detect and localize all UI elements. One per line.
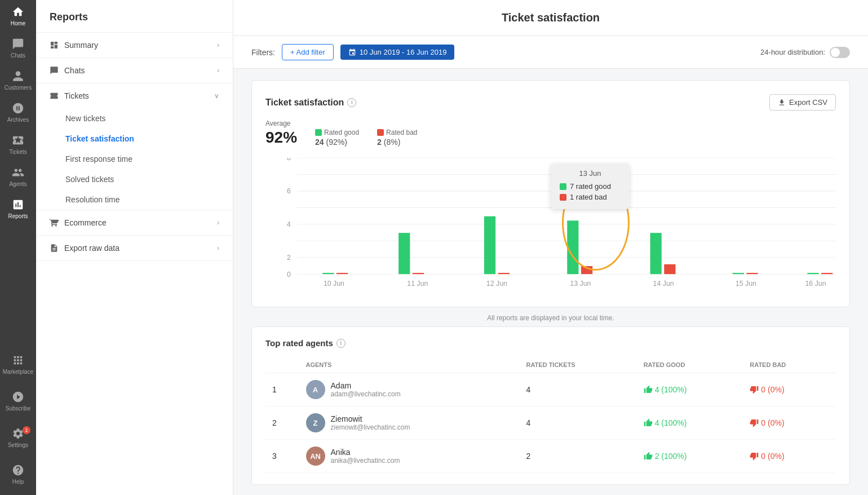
sidebar-item-chats[interactable]: Chats › [36, 58, 233, 83]
bar-good-6 [807, 273, 818, 274]
svg-text:4: 4 [287, 220, 291, 228]
bar-good-0 [322, 273, 334, 274]
col-agents: AGENTS [299, 357, 520, 373]
agent-email: adam@livechatinc.com [331, 390, 401, 398]
col-rank [265, 357, 299, 373]
nav-home-label: Home [11, 20, 26, 26]
sidebar-item-summary[interactable]: Summary › [36, 33, 233, 58]
sidebar-sub-ticket-satisfaction[interactable]: Ticket satisfaction [36, 129, 233, 149]
bar-bad-5 [746, 273, 758, 274]
main-content: Ticket satisfaction Filters: + Add filte… [233, 0, 868, 495]
agents-title: Top rated agents i [265, 338, 836, 348]
svg-text:14 Jun: 14 Jun [653, 280, 674, 288]
sidebar-ecommerce-label: Ecommerce [64, 218, 107, 227]
distribution-toggle[interactable] [830, 47, 850, 58]
table-row: 1 A Adam adam@livechatinc.com 4 4 (100%)… [265, 373, 836, 406]
sidebar-section-ecommerce: Ecommerce › [36, 210, 233, 236]
svg-text:13 Jun: 13 Jun [570, 280, 591, 288]
chart-title-text: Ticket satisfaction [265, 98, 344, 108]
distribution-label: 24-hour distribution: [760, 48, 825, 56]
rank-cell: 2 [265, 406, 299, 440]
sidebar-item-export[interactable]: Export raw data › [36, 236, 233, 260]
svg-text:15 Jun: 15 Jun [736, 280, 756, 288]
nav-home[interactable]: Home [0, 0, 36, 32]
table-row: 3 AN Anika anika@livechatinc.com 2 2 (10… [265, 440, 836, 473]
nav-customers[interactable]: Customers [0, 64, 36, 96]
agents-table: AGENTS RATED TICKETS RATED GOOD RATED BA… [265, 357, 836, 473]
good-dot [315, 129, 322, 136]
sidebar-item-tickets[interactable]: Tickets ∨ [36, 83, 233, 108]
col-rated-bad: RATED BAD [743, 357, 836, 373]
rated-tickets: 2 [520, 440, 637, 473]
nav-subscribe[interactable]: Subscribe [0, 385, 36, 417]
nav-chats[interactable]: Chats [0, 32, 36, 64]
rank-cell: 3 [265, 440, 299, 473]
export-csv-label: Export CSV [789, 98, 827, 107]
date-range-label: 10 Jun 2019 - 16 Jun 2019 [360, 48, 447, 56]
table-row: 2 Z Ziemowit ziemowit@livechatinc.com 4 … [265, 406, 836, 440]
rated-good-value: 24 (92%) [315, 138, 359, 147]
rated-bad: 0 (0%) [743, 406, 836, 440]
bar-good-2 [484, 216, 495, 275]
bottom-note: All reports are displayed in your local … [233, 307, 868, 326]
bar-bad-1 [413, 273, 424, 274]
nav-subscribe-label: Subscribe [6, 405, 30, 412]
sidebar-section-export: Export raw data › [36, 236, 233, 261]
bar-bad-4 [664, 264, 675, 274]
sidebar-chats-label: Chats [64, 66, 85, 75]
sidebar-sub-first-response[interactable]: First response time [36, 149, 233, 169]
nav-agents[interactable]: Agents [0, 161, 36, 193]
add-filter-button[interactable]: + Add filter [282, 44, 334, 60]
nav-chats-label: Chats [11, 52, 25, 59]
rated-good-label: Rated good [315, 129, 359, 136]
agents-section: Top rated agents i AGENTS RATED TICKETS … [251, 326, 850, 485]
sidebar-sub-solved-tickets[interactable]: Solved tickets [36, 169, 233, 189]
sidebar-section-summary: Summary › [36, 33, 233, 58]
bar-chart: 8 6 4 2 0 10 Jun 11 Jun 12 Jun [265, 158, 836, 293]
bar-bad-6 [821, 273, 832, 274]
nav-reports[interactable]: Reports [0, 193, 36, 225]
stat-rated-good: Rated good 24 (92%) [315, 129, 359, 147]
icon-nav: Home Chats Customers Archives Tickets Ag… [0, 0, 36, 495]
chart-stats: Average 92% Rated good 24 (92%) Rated ba… [265, 120, 836, 147]
chart-title-row: Ticket satisfaction i Export CSV [265, 94, 836, 111]
bar-good-1 [398, 233, 410, 274]
sidebar-tickets-label: Tickets [64, 91, 89, 100]
nav-marketplace-label: Marketplace [3, 369, 33, 375]
agent-email: anika@livechatinc.com [331, 457, 400, 465]
date-range-button[interactable]: 10 Jun 2019 - 16 Jun 2019 [340, 45, 455, 60]
avatar: A [306, 380, 325, 399]
sidebar-title: Reports [36, 0, 233, 33]
nav-tickets[interactable]: Tickets [0, 129, 36, 161]
nav-customers-label: Customers [5, 85, 32, 91]
nav-settings-label: Settings [8, 442, 28, 448]
stat-average: Average 92% [265, 120, 297, 147]
chart-info-icon[interactable]: i [347, 98, 356, 107]
bad-dot [377, 129, 384, 136]
nav-help[interactable]: Help [0, 458, 36, 490]
sidebar: Reports Summary › Chats › Tickets ∨ N [36, 0, 233, 495]
sidebar-sub-resolution-time[interactable]: Resolution time [36, 189, 233, 210]
agents-info-icon[interactable]: i [336, 339, 346, 348]
sidebar-sub-new-tickets[interactable]: New tickets [36, 108, 233, 129]
export-csv-button[interactable]: Export CSV [769, 94, 836, 111]
tickets-chevron: ∨ [214, 92, 219, 100]
rated-good: 4 (100%) [637, 406, 743, 440]
filters-bar: Filters: + Add filter 10 Jun 2019 - 16 J… [233, 36, 868, 69]
svg-text:11 Jun: 11 Jun [407, 280, 428, 288]
nav-archives[interactable]: Archives [0, 96, 36, 129]
nav-settings[interactable]: Settings 1 [0, 422, 36, 454]
distribution-toggle-area: 24-hour distribution: [760, 47, 850, 58]
agent-email: ziemowit@livechatinc.com [331, 423, 410, 431]
ecommerce-chevron: › [217, 219, 219, 227]
nav-reports-label: Reports [8, 213, 28, 219]
bar-chart-svg: 8 6 4 2 0 10 Jun 11 Jun 12 Jun [265, 158, 836, 293]
rated-bad: 0 (0%) [743, 440, 836, 473]
sidebar-section-tickets: Tickets ∨ New tickets Ticket satisfactio… [36, 83, 233, 210]
sidebar-section-chats: Chats › [36, 58, 233, 83]
nav-marketplace[interactable]: Marketplace [0, 348, 36, 381]
agent-name: Anika [331, 448, 400, 457]
agent-name: Ziemowit [331, 414, 410, 423]
rank-cell: 1 [265, 373, 299, 406]
sidebar-item-ecommerce[interactable]: Ecommerce › [36, 210, 233, 235]
